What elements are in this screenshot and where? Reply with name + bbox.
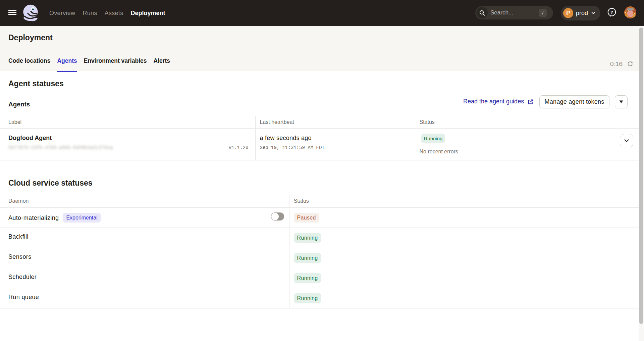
svg-text:?: ?: [610, 10, 613, 15]
